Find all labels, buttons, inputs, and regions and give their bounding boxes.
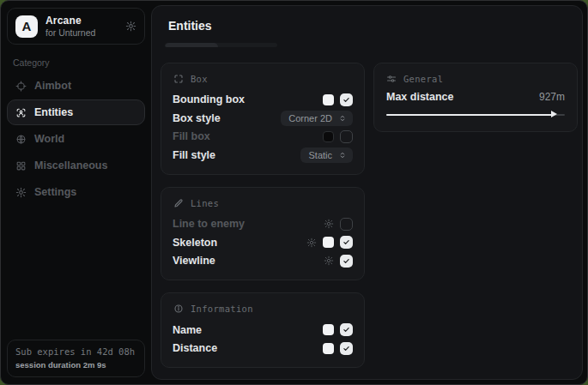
gear-icon[interactable] — [306, 238, 317, 248]
box-style-dropdown[interactable]: Corner 2D — [281, 111, 353, 126]
row-controls — [323, 130, 353, 143]
entity-scan-icon — [15, 107, 27, 118]
setting-row-bounding-box: Bounding box — [173, 91, 353, 110]
setting-row-fill-style: Fill style Static — [173, 146, 353, 165]
max-distance-slider[interactable] — [386, 111, 565, 119]
sidebar-item-label: Entities — [34, 106, 73, 118]
setting-row-name: Name — [173, 321, 353, 340]
setting-label: Skeleton — [173, 237, 217, 249]
box-card: Box Bounding box Box style — [161, 63, 365, 175]
color-swatch[interactable] — [323, 94, 334, 105]
row-controls: Static — [300, 147, 353, 163]
app-subtitle: for Unturned — [45, 27, 95, 38]
content: Box Bounding box Box style — [161, 63, 573, 369]
color-swatch[interactable] — [323, 324, 334, 335]
app-logo: A — [15, 15, 38, 38]
sidebar: A Arcane for Unturned Category — [1, 1, 151, 384]
app-title: Arcane — [45, 15, 95, 27]
max-distance-row: Max distance 927m — [386, 91, 565, 103]
pencil-icon — [173, 198, 184, 208]
setting-row-box-style: Box style Corner 2D — [173, 109, 353, 128]
sub-expiry-text: Sub expires in 42d 08h — [15, 346, 136, 357]
lines-card-header: Lines — [173, 198, 352, 208]
globe-icon — [15, 134, 27, 145]
setting-row-viewline: Viewline — [173, 252, 353, 271]
checkbox-unchecked[interactable] — [340, 130, 353, 143]
sliders-icon — [386, 74, 397, 84]
lines-card: Lines Line to enemy — [161, 187, 365, 281]
row-controls — [323, 93, 353, 106]
setting-label: Fill box — [173, 130, 210, 142]
box-card-header: Box — [173, 74, 352, 84]
gear-icon[interactable] — [324, 256, 334, 266]
sidebar-item-label: Miscellaneous — [34, 159, 107, 171]
sidebar-item-label: Settings — [34, 186, 76, 198]
checkbox-checked[interactable] — [340, 236, 353, 249]
setting-row-fill-box: Fill box — [173, 128, 353, 147]
color-swatch[interactable] — [323, 343, 334, 354]
checkbox-checked[interactable] — [340, 93, 353, 106]
main-panel: Entities Player Zombie Box — [151, 5, 583, 380]
setting-label: Bounding box — [173, 93, 245, 105]
row-controls — [323, 323, 353, 336]
gear-icon — [15, 187, 27, 198]
max-distance-label: Max distance — [386, 91, 454, 103]
information-card-title: Information — [191, 304, 253, 314]
row-controls — [323, 342, 353, 355]
dropdown-value: Corner 2D — [288, 113, 332, 123]
gear-icon[interactable] — [324, 219, 334, 229]
grid-icon — [15, 160, 27, 171]
session-duration-text: session duration 2m 9s — [15, 360, 136, 370]
box-card-title: Box — [191, 74, 208, 84]
sidebar-item-label: World — [34, 133, 64, 145]
general-card-header: General — [386, 74, 565, 84]
sidebar-item-label: Aimbot — [34, 80, 71, 92]
page-title: Entities — [168, 19, 573, 33]
setting-label: Box style — [173, 112, 221, 124]
sidebar-item-aimbot[interactable]: Aimbot — [7, 73, 145, 99]
color-swatch[interactable] — [323, 237, 334, 248]
setting-label: Line to enemy — [173, 218, 245, 230]
information-card: Information Name Distance — [161, 292, 365, 368]
right-column: General Max distance 927m — [373, 63, 578, 132]
chevron-up-down-icon — [338, 151, 347, 159]
tab-zombie[interactable]: Zombie — [218, 43, 277, 47]
box-corners-icon — [173, 74, 184, 84]
subscription-card: Sub expires in 42d 08h session duration … — [7, 340, 145, 377]
lines-card-title: Lines — [191, 198, 219, 208]
row-controls — [324, 218, 353, 231]
max-distance-slider-fill[interactable] — [386, 114, 552, 116]
left-column: Box Bounding box Box style — [161, 63, 365, 369]
general-card: General Max distance 927m — [373, 63, 578, 132]
row-controls — [306, 236, 353, 249]
setting-row-skeleton: Skeleton — [173, 233, 353, 252]
brand-card: A Arcane for Unturned — [7, 8, 145, 45]
max-distance-value: 927m — [539, 91, 565, 103]
color-swatch[interactable] — [323, 131, 334, 142]
tab-group: Player Zombie — [165, 43, 277, 47]
checkbox-checked[interactable] — [340, 255, 353, 268]
sidebar-item-entities[interactable]: Entities — [7, 99, 145, 125]
checkbox-unchecked[interactable] — [340, 218, 353, 231]
row-controls: Corner 2D — [281, 111, 353, 126]
setting-row-line-to-enemy: Line to enemy — [173, 215, 353, 234]
gear-icon[interactable] — [125, 21, 136, 32]
checkbox-checked[interactable] — [340, 342, 353, 355]
category-label: Category — [13, 57, 139, 68]
sidebar-item-settings[interactable]: Settings — [7, 179, 145, 205]
app-window: A Arcane for Unturned Category — [0, 0, 588, 385]
sidebar-nav: Aimbot Entities — [7, 73, 145, 205]
dropdown-value: Static — [308, 150, 332, 160]
sidebar-item-world[interactable]: World — [7, 126, 145, 152]
fill-style-dropdown[interactable]: Static — [300, 147, 353, 163]
setting-label: Viewline — [173, 255, 215, 267]
setting-label: Distance — [173, 342, 217, 354]
general-card-title: General — [403, 74, 443, 84]
tab-player[interactable]: Player — [165, 43, 218, 47]
crosshair-icon — [15, 81, 27, 92]
setting-label: Fill style — [173, 149, 215, 161]
chevron-up-down-icon — [338, 114, 347, 123]
sidebar-item-miscellaneous[interactable]: Miscellaneous — [7, 153, 145, 178]
checkbox-checked[interactable] — [340, 323, 353, 336]
setting-row-distance: Distance — [173, 340, 353, 358]
